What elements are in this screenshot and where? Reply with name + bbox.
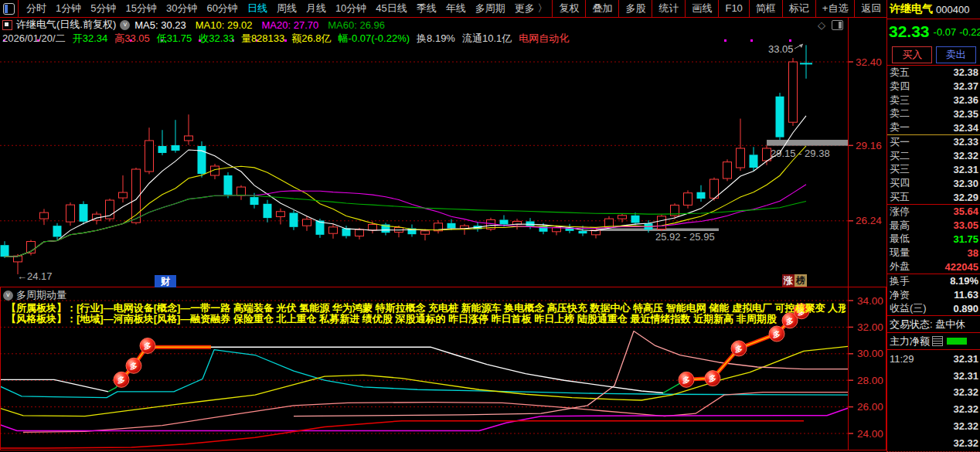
ask-row[interactable]: 卖一32.34 <box>887 121 980 134</box>
stat-value: 422045 <box>945 261 978 273</box>
menu-item-10分钟[interactable]: 10分钟 <box>335 2 366 15</box>
multi-period-momentum-panel[interactable]: 34.0032.0030.0028.0026.0024.00多多多多多多多多多 … <box>0 287 886 450</box>
bid-value: 32.31 <box>953 164 978 175</box>
finance-report-badge[interactable]: 财 <box>155 275 176 287</box>
menu-item-年线[interactable]: 年线 <box>446 2 466 15</box>
menu-item-1分钟[interactable]: 1分钟 <box>56 2 81 15</box>
menu-item-标记[interactable]: 标记 <box>782 0 815 17</box>
stat2-label: 收益(三) <box>890 302 927 316</box>
menu-item-+自选[interactable]: +自选 <box>815 0 855 17</box>
menu-item-月线[interactable]: 月线 <box>306 2 326 15</box>
svg-text:多: 多 <box>144 342 151 350</box>
ask-value: 32.38 <box>953 66 978 78</box>
stat-row: 最低31.75 <box>887 233 980 246</box>
list-icon[interactable] <box>932 336 943 346</box>
chevron-down-icon[interactable]: ˅ <box>120 20 130 30</box>
rank-badge-zhang[interactable]: 涨 <box>782 274 795 287</box>
menu-item-5分钟[interactable]: 5分钟 <box>90 2 116 15</box>
ohlc-fields: 开32.34高33.05低31.75收32.33量828133额26.8亿幅-0… <box>73 32 577 46</box>
ask-row[interactable]: 卖三32.36 <box>887 93 980 107</box>
bid-row[interactable]: 买四32.30 <box>887 176 980 190</box>
menu-item-15分钟[interactable]: 15分钟 <box>125 2 156 15</box>
sell-button[interactable]: 卖出 <box>936 46 976 63</box>
bid-row[interactable]: 买三32.31 <box>887 163 980 177</box>
stat-label: 涨停 <box>890 205 910 219</box>
menu-item-多周期[interactable]: 多周期 <box>475 2 505 15</box>
rank-badge[interactable]: 涨 榜 <box>782 274 807 287</box>
menu-item-30分钟[interactable]: 30分钟 <box>166 2 197 15</box>
menu-item-画线[interactable]: 画线 <box>685 0 718 17</box>
ma-value-1: MA10: 29.02 <box>196 19 253 31</box>
stat-row: 外盘422045 <box>887 260 980 274</box>
order-buttons: 买入 卖出 <box>887 44 980 65</box>
tick-value: 32.32 <box>953 420 978 432</box>
tick-value: 32.32 <box>953 403 978 415</box>
menu-item-45日线[interactable]: 45日线 <box>376 2 407 15</box>
menu-item-日线[interactable]: 日线 <box>247 2 267 15</box>
right-menu: 复权叠加多股统计画线F10简框标记+自选返回 <box>552 0 887 17</box>
app-window-icon[interactable] <box>3 3 15 15</box>
menu-item-返回[interactable]: 返回 <box>854 0 887 17</box>
info-field-9: 电网自动化 <box>519 32 569 46</box>
tick-list[interactable]: 11:2932.3132.3132.3232.3232.3232.32 <box>887 350 980 452</box>
menu-item-统计[interactable]: 统计 <box>652 0 685 17</box>
menu-item-多股[interactable]: 多股 <box>618 0 652 17</box>
svg-text:30.00: 30.00 <box>857 348 883 359</box>
info-field-1: 高33.05 <box>114 32 150 46</box>
trade-date: 2026/01/20/二 <box>2 32 66 46</box>
menu-item-叠加[interactable]: 叠加 <box>585 0 618 17</box>
menu-item-复权[interactable]: 复权 <box>552 0 585 17</box>
quote-stats: 涨停35.64最高33.05最低31.75现量38外盘422045 <box>887 205 980 274</box>
stat-row: 涨停35.64 <box>887 205 980 219</box>
menu-item-简框[interactable]: 简框 <box>749 0 782 17</box>
ask-label: 卖五 <box>890 66 910 80</box>
diamond-icon[interactable]: ◇ <box>818 19 825 31</box>
bid-row[interactable]: 买一32.33 <box>887 135 980 149</box>
bid-row[interactable]: 买二32.32 <box>887 149 980 163</box>
menu-separator <box>18 0 19 17</box>
main-candlestick-chart[interactable]: 32.4029.1626.2429.15 - 29.3825.92 - 25.9… <box>0 17 886 287</box>
bid-row[interactable]: 买五32.29 <box>887 190 980 204</box>
ask-row[interactable]: 卖四32.37 <box>887 80 980 93</box>
period-menu: 分时1分钟5分钟15分钟30分钟60分钟日线周线月线10分钟45日线季线年线多周… <box>22 2 510 15</box>
tick-row: 32.32 <box>887 401 980 418</box>
price-change: -0.07 <box>934 26 957 38</box>
stock-code: 000400 <box>936 4 969 15</box>
svg-text:26.24: 26.24 <box>856 215 882 226</box>
quote-header[interactable]: 许继电气 000400 <box>887 0 980 19</box>
menu-item-分时[interactable]: 分时 <box>26 2 46 15</box>
bid-value: 32.33 <box>953 136 978 148</box>
stat-row: 最高33.05 <box>887 219 980 233</box>
menu-item-F10[interactable]: F10 <box>718 0 748 17</box>
main-chart-svg[interactable]: 32.4029.1626.2429.15 - 29.3825.92 - 25.9… <box>0 17 886 287</box>
ma-value-0: MA5: 30.23 <box>134 19 186 31</box>
bid-value: 32.32 <box>953 150 978 161</box>
quote-panel: 许继电气 000400 32.33 -0.07 -0.22% 买入 卖出 卖五3… <box>886 0 980 452</box>
stat2-label: 换手 <box>890 274 910 288</box>
menu-item-周线[interactable]: 周线 <box>277 2 297 15</box>
quote-stats-2: 换手8.19%净资11.63收益(三)0.890 <box>887 274 980 315</box>
main-net-flow-row[interactable]: 主力净额 <box>887 333 980 349</box>
ask-value: 32.34 <box>953 122 978 134</box>
chart-corner-icons: ◇ <box>818 19 843 31</box>
menu-item-more[interactable]: 更多 〉 <box>515 2 548 15</box>
bid-label: 买二 <box>890 149 910 163</box>
tick-row: 32.32 <box>887 417 980 434</box>
ask-label: 卖一 <box>890 121 910 134</box>
menu-item-60分钟[interactable]: 60分钟 <box>206 2 237 15</box>
panel-layout-icon[interactable] <box>832 20 843 30</box>
chart-title: 许继电气(日线.前复权) <box>16 18 116 32</box>
collapse-icon[interactable]: ˅ <box>3 291 13 301</box>
svg-text:25.92 - 25.95: 25.92 - 25.95 <box>655 231 715 243</box>
stat-row: 现量38 <box>887 246 980 260</box>
tick-row: 32.32 <box>887 384 980 401</box>
last-price: 32.33 <box>889 22 930 41</box>
window-mini-icon[interactable] <box>2 20 12 30</box>
ask-row[interactable]: 卖二32.35 <box>887 107 980 121</box>
info-field-0: 开32.34 <box>73 32 108 46</box>
ask-row[interactable]: 卖五32.38 <box>887 66 980 80</box>
tick-row: 32.31 <box>887 367 980 384</box>
buy-button[interactable]: 买入 <box>892 46 932 63</box>
rank-badge-bang[interactable]: 榜 <box>795 274 807 287</box>
menu-item-季线[interactable]: 季线 <box>417 2 437 15</box>
